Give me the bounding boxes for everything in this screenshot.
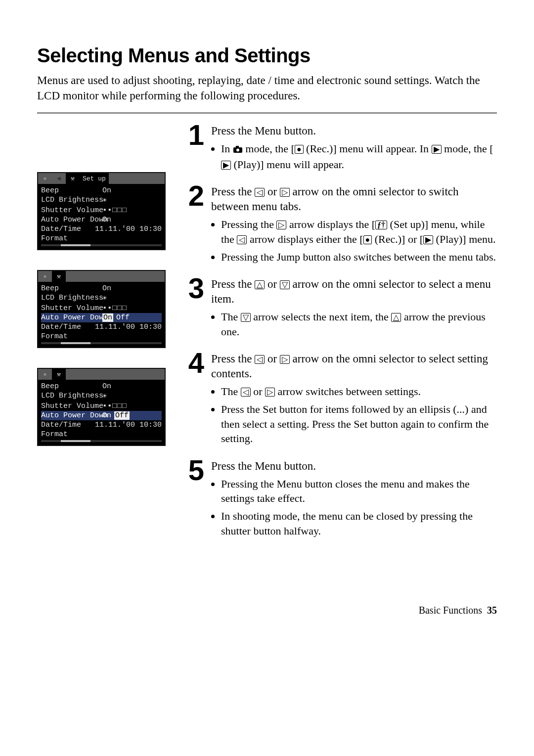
lcd-beep-label: Beep [41, 186, 99, 195]
camera-tab-icon: ● [38, 271, 52, 282]
camera-tab-icon: ● [38, 369, 52, 380]
right-arrow-icon: ▷ [280, 188, 290, 197]
lcd-fmt-label: Format [41, 234, 99, 243]
step-heading: Press the △ or ▽ arrow on the omni selec… [211, 277, 497, 307]
lcd-dt-val: 11.11.'00 10:30 [95, 421, 162, 429]
step-bullet: The ◁ or ▷ arrow switches between settin… [221, 384, 497, 399]
step-bullets: The ◁ or ▷ arrow switches between settin… [211, 384, 497, 446]
lcd-fmt-label: Format [41, 332, 99, 341]
tools-icon: ƒ† [375, 221, 387, 229]
lcd-beep-val: On [102, 186, 111, 195]
footer-page-num: 35 [487, 605, 497, 616]
lcd-dt-label: Date/Time [41, 225, 92, 233]
lcd-screenshot-1: ● ◄ ⚒ Set up BeepOn LCD Brightness☀ Shut… [37, 172, 166, 250]
step-bullet: In mode, the [● (Rec.)] menu will appear… [221, 141, 497, 172]
lcd-shutter-val: ▪▪□□□ [102, 206, 127, 215]
step-1: 1Press the Menu button.In mode, the [● (… [184, 123, 497, 175]
lcd-shutter-label: Shutter Volume [41, 206, 99, 215]
step-number: 3 [184, 276, 208, 300]
step-heading: Press the ◁ or ▷ arrow on the omni selec… [211, 352, 497, 381]
play-mode-icon: ▶ [432, 145, 442, 154]
lcd-dt-val: 11.11.'00 10:30 [95, 225, 162, 233]
down-arrow-icon: ▽ [280, 280, 290, 289]
step-bullet: Pressing the ▷ arrow displays the [ƒ† (S… [221, 217, 497, 246]
left-arrow-icon: ◁ [255, 355, 265, 364]
up-arrow-icon: △ [391, 313, 401, 322]
setup-tab-label: Set up [80, 173, 109, 184]
rec-icon: ● [295, 145, 304, 154]
lcd-bright-val: ☀ [102, 196, 107, 205]
camera-icon [233, 142, 243, 157]
lcd-beep-val: On [102, 382, 111, 391]
step-number: 1 [184, 123, 208, 147]
step-heading: Press the ◁ or ▷ arrow on the omni selec… [211, 184, 497, 214]
tools-tab-icon: ⚒ [66, 173, 80, 184]
step-bullet: In shooting mode, the menu can be closed… [221, 509, 497, 538]
lcd-screenshot-3: ● ⚒ BeepOn LCD Brightness☀ Shutter Volum… [37, 368, 166, 446]
lcd-dt-val: 11.11.'00 10:30 [95, 323, 162, 331]
play-box-icon: ▶ [221, 161, 231, 170]
step-number: 4 [184, 351, 208, 375]
lcd-shutter-label: Shutter Volume [41, 402, 99, 410]
lcd-shutter-val: ▪▪□□□ [102, 402, 127, 410]
lcd-bright-label: LCD Brightness [41, 392, 99, 401]
step-bullets: The ▽ arrow selects the next item, the △… [211, 310, 497, 339]
svg-point-2 [236, 148, 239, 151]
rec-icon: ● [363, 235, 372, 244]
up-arrow-icon: △ [255, 280, 265, 289]
down-arrow-icon: ▽ [241, 313, 251, 322]
lcd-bright-label: LCD Brightness [41, 294, 99, 303]
lcd-bright-val: ☀ [102, 294, 107, 303]
step-bullet: Press the Set button for items followed … [221, 402, 497, 446]
tools-tab-icon: ⚒ [52, 369, 66, 380]
right-arrow-icon: ▷ [265, 388, 275, 397]
divider [37, 112, 497, 114]
left-arrow-icon: ◁ [237, 235, 247, 244]
left-arrow-icon: ◁ [241, 388, 251, 397]
footer-section: Basic Functions [419, 605, 482, 616]
lcd-shutter-val: ▪▪□□□ [102, 304, 127, 312]
lcd-fmt-label: Format [41, 430, 99, 439]
lcd-apd-label: Auto Power Down [41, 216, 99, 224]
step-bullets: Pressing the Menu button closes the menu… [211, 477, 497, 538]
right-arrow-icon: ▷ [280, 355, 290, 364]
step-bullet: Pressing the Jump button also switches b… [221, 250, 497, 265]
lcd-beep-val: On [102, 284, 111, 293]
tools-tab-icon: ⚒ [52, 271, 66, 282]
lcd-row-highlighted: Auto Power DownOnOff [41, 313, 162, 322]
intro-text: Menus are used to adjust shooting, repla… [37, 73, 497, 103]
step-2: 2Press the ◁ or ▷ arrow on the omni sele… [184, 183, 497, 267]
camera-tab-icon: ● [38, 173, 52, 184]
lcd-screenshot-2: ● ⚒ BeepOn LCD Brightness☀ Shutter Volum… [37, 270, 166, 348]
step-3: 3Press the △ or ▽ arrow on the omni sele… [184, 276, 497, 342]
lcd-row-highlighted: Auto Power DownOnOff [41, 411, 162, 420]
play-tab-icon: ◄ [52, 173, 66, 184]
lcd-apd-val: On [102, 216, 111, 224]
step-bullets: In mode, the [● (Rec.)] menu will appear… [211, 141, 497, 172]
step-bullets: Pressing the ▷ arrow displays the [ƒ† (S… [211, 217, 497, 264]
step-number: 5 [184, 458, 208, 482]
lcd-column: ● ◄ ⚒ Set up BeepOn LCD Brightness☀ Shut… [37, 123, 171, 550]
page-title: Selecting Menus and Settings [37, 44, 497, 67]
lcd-bright-label: LCD Brightness [41, 196, 99, 205]
left-arrow-icon: ◁ [255, 188, 265, 197]
step-bullet: The ▽ arrow selects the next item, the △… [221, 310, 497, 339]
step-5: 5Press the Menu button.Pressing the Menu… [184, 458, 497, 541]
step-heading: Press the Menu button. [211, 124, 497, 138]
lcd-bright-val: ☀ [102, 392, 107, 401]
lcd-beep-label: Beep [41, 284, 99, 293]
lcd-shutter-label: Shutter Volume [41, 304, 99, 312]
lcd-dt-label: Date/Time [41, 421, 92, 429]
lcd-dt-label: Date/Time [41, 323, 92, 331]
lcd-beep-label: Beep [41, 382, 99, 391]
step-number: 2 [184, 183, 208, 208]
step-heading: Press the Menu button. [211, 459, 497, 474]
page-footer: Basic Functions 35 [37, 605, 497, 616]
step-4: 4Press the ◁ or ▷ arrow on the omni sele… [184, 351, 497, 449]
steps-column: 1Press the Menu button.In mode, the [● (… [184, 123, 497, 550]
svg-rect-1 [236, 146, 239, 148]
right-arrow-icon: ▷ [276, 221, 286, 229]
play-box-icon: ▶ [423, 235, 433, 244]
step-bullet: Pressing the Menu button closes the menu… [221, 477, 497, 506]
